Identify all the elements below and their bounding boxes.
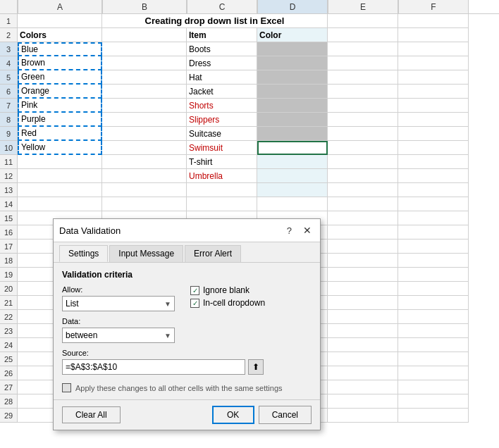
cell-d12[interactable] [257, 169, 328, 183]
cancel-button[interactable]: Cancel [259, 406, 312, 424]
cell-c11[interactable]: T-shirt [187, 155, 257, 169]
cell-c10[interactable]: Swimsuit [187, 141, 257, 155]
table-row: Brown Dress [18, 56, 499, 70]
cell-f12[interactable] [398, 169, 469, 183]
row-num-14: 14 [0, 197, 18, 211]
cell-f3[interactable] [398, 42, 469, 56]
cell-c7[interactable]: Shorts [187, 99, 257, 113]
cell-e8[interactable] [328, 113, 398, 127]
cell-f5[interactable] [398, 70, 469, 85]
table-row: Yellow Swimsuit [18, 141, 499, 155]
cell-b3[interactable] [102, 42, 187, 56]
cell-c12[interactable]: Umbrella [187, 169, 257, 183]
close-button[interactable]: ✕ [300, 223, 314, 237]
cell-a6[interactable]: Orange [18, 85, 102, 99]
dialog-body: Validation criteria Allow: List ▼ ✓ Igno… [54, 263, 320, 399]
cell-c3[interactable]: Boots [187, 42, 257, 56]
cell-c9[interactable]: Suitcase [187, 127, 257, 141]
allow-select[interactable]: List ▼ [62, 296, 175, 311]
cell-b6[interactable] [102, 85, 187, 99]
tab-error-alert[interactable]: Error Alert [185, 245, 241, 262]
tab-input-message[interactable]: Input Message [109, 245, 183, 262]
cell-e5[interactable] [328, 70, 398, 85]
cell-f1[interactable] [398, 14, 469, 28]
cell-d5[interactable] [257, 70, 328, 85]
col-header-d: D [257, 0, 328, 13]
apply-checkbox[interactable] [62, 383, 71, 392]
tab-settings[interactable]: Settings [59, 245, 108, 262]
cell-a4[interactable]: Brown [18, 56, 102, 70]
cell-e2[interactable] [328, 28, 398, 42]
cell-d7[interactable] [257, 99, 328, 113]
cell-b8[interactable] [102, 113, 187, 127]
ignore-blank-checkbox[interactable]: ✓ [190, 286, 199, 295]
cell-e9[interactable] [328, 127, 398, 141]
cell-e12[interactable] [328, 169, 398, 183]
source-input[interactable] [62, 359, 245, 375]
dialog-footer: Clear All OK Cancel [54, 399, 320, 430]
ignore-blank-label: Ignore blank [203, 285, 250, 295]
cell-b5[interactable] [102, 70, 187, 85]
cell-a5[interactable]: Green [18, 70, 102, 85]
row-num-28: 28 [0, 394, 18, 409]
cell-e10[interactable] [328, 141, 398, 155]
clear-all-button[interactable]: Clear All [62, 406, 121, 423]
cell-a9[interactable]: Red [18, 127, 102, 141]
col-header-c: C [187, 0, 257, 13]
cell-a3[interactable]: Blue [18, 42, 102, 56]
cell-d11[interactable] [257, 155, 328, 169]
cell-d9[interactable] [257, 127, 328, 141]
cell-b10[interactable] [102, 141, 187, 155]
cell-f8[interactable] [398, 113, 469, 127]
table-row: Blue Boots [18, 42, 499, 56]
cell-b4[interactable] [102, 56, 187, 70]
help-icon[interactable]: ? [287, 225, 292, 236]
cell-b7[interactable] [102, 99, 187, 113]
cell-f11[interactable] [398, 155, 469, 169]
cell-a12[interactable] [18, 169, 102, 183]
cell-d6[interactable] [257, 85, 328, 99]
cell-b11[interactable] [102, 155, 187, 169]
row-num-26: 26 [0, 366, 18, 380]
cell-f6[interactable] [398, 85, 469, 99]
cell-c5[interactable]: Hat [187, 70, 257, 85]
section-title: Validation criteria [62, 270, 312, 280]
row-num-5: 5 [0, 70, 18, 85]
cell-c8[interactable]: Slippers [187, 113, 257, 127]
cell-e4[interactable] [328, 56, 398, 70]
in-cell-dropdown-checkbox[interactable]: ✓ [190, 299, 199, 308]
cell-e6[interactable] [328, 85, 398, 99]
cell-a10[interactable]: Yellow [18, 141, 102, 155]
source-label: Source: [62, 349, 312, 357]
cell-e1[interactable] [328, 14, 398, 28]
data-select[interactable]: between ▼ [62, 328, 175, 343]
source-field-container: Source: ⬆ [62, 349, 312, 375]
cell-e3[interactable] [328, 42, 398, 56]
cell-d8[interactable] [257, 113, 328, 127]
cell-d3[interactable] [257, 42, 328, 56]
cell-c6[interactable]: Jacket [187, 85, 257, 99]
cell-a11[interactable] [18, 155, 102, 169]
cell-f10[interactable] [398, 141, 469, 155]
cell-b9[interactable] [102, 127, 187, 141]
cell-d2[interactable]: Color [257, 28, 328, 42]
cell-a8[interactable]: Purple [18, 113, 102, 127]
cell-a7[interactable]: Pink [18, 99, 102, 113]
cell-d10[interactable] [257, 141, 328, 155]
cell-f9[interactable] [398, 127, 469, 141]
cell-b2[interactable] [102, 28, 187, 42]
cell-c4[interactable]: Dress [187, 56, 257, 70]
apply-label: Apply these changes to all other cells w… [75, 384, 283, 392]
cell-a2[interactable]: Colors [18, 28, 102, 42]
cell-a1[interactable] [18, 14, 102, 28]
cell-e7[interactable] [328, 99, 398, 113]
ok-button[interactable]: OK [212, 406, 254, 424]
cell-c2[interactable]: Item [187, 28, 257, 42]
cell-f7[interactable] [398, 99, 469, 113]
cell-e11[interactable] [328, 155, 398, 169]
cell-f2[interactable] [398, 28, 469, 42]
source-collapse-button[interactable]: ⬆ [248, 359, 264, 375]
cell-d4[interactable] [257, 56, 328, 70]
cell-f4[interactable] [398, 56, 469, 70]
cell-b12[interactable] [102, 169, 187, 183]
